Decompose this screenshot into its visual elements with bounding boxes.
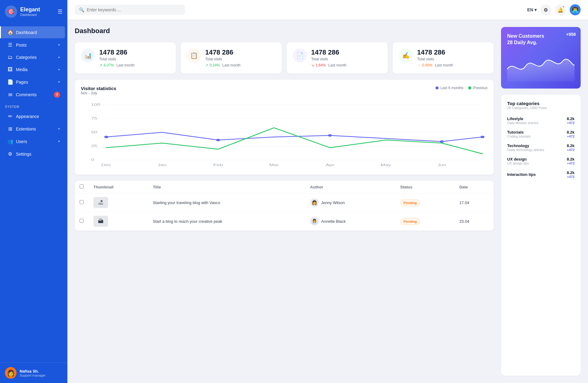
x-axis-label: Dec	[101, 163, 111, 167]
settings-button[interactable]: ⚙	[540, 4, 551, 15]
sidebar-item-settings[interactable]: ⚙ Settings	[2, 148, 65, 160]
new-customers-card: +958 New Customers 28 Daily Avg.	[501, 27, 581, 89]
language-selector[interactable]: EN ▾	[527, 7, 537, 12]
stat-change-value-2: 1.64%	[315, 63, 326, 67]
chevron-down-icon: ▾	[58, 55, 60, 59]
row-title: Starting your traveling blog with Vasco	[148, 193, 305, 212]
extensions-icon: ⊞	[7, 126, 13, 132]
chart-subtitle: Nov - July	[81, 91, 116, 95]
arrow-up-icon: ↗	[99, 63, 102, 67]
header-right: EN ▾ ⚙ 🔔 👨‍💻	[527, 4, 581, 15]
sidebar-item-extensions[interactable]: ⊞ Extentions ▾	[2, 123, 65, 135]
sidebar-item-label: Categories	[16, 55, 55, 60]
settings-icon: ⚙	[7, 151, 13, 157]
cat-info: UX design UX design tips	[507, 157, 567, 165]
legend-label: Last 6 months	[440, 86, 463, 90]
media-icon: 🖼	[7, 67, 13, 72]
stat-number-0: 1478 286	[99, 48, 170, 56]
search-box[interactable]: 🔍	[75, 5, 185, 15]
chart-svg: 100 75 50 25 0	[81, 100, 488, 168]
categories-icon: 🗂	[7, 55, 13, 60]
chart-title: Visitor statistics	[81, 86, 116, 91]
stat-info-2: 1478 286 Total visits ↘ 1.64% Last month	[311, 48, 382, 67]
stat-card-1: 📋 1478 286 Total visits ↗ 0.24% Last mon…	[181, 42, 282, 74]
sidebar-item-users[interactable]: 👥 Users ▾	[2, 135, 65, 147]
right-panel: +958 New Customers 28 Daily Avg.	[501, 27, 581, 376]
stat-info-1: 1478 286 Total visits ↗ 0.24% Last month	[205, 48, 276, 67]
sidebar-item-posts[interactable]: ☰ Posts ▾	[2, 39, 65, 51]
sidebar-item-comments[interactable]: ✉ Comments 7	[2, 89, 65, 101]
chart-dot	[440, 140, 444, 143]
stat-month-1: Last month	[222, 63, 240, 67]
category-item: Lifestyle Daily lifestyle articles 8.2k …	[507, 114, 575, 127]
logo-text: Elegant Dashboard	[20, 6, 40, 17]
y-axis-label: 75	[91, 116, 97, 120]
row-checkbox[interactable]	[80, 219, 84, 223]
table-header-checkbox	[75, 181, 89, 193]
posts-icon: ☰	[7, 42, 13, 48]
row-status: Pending	[395, 193, 454, 212]
hamburger-icon[interactable]: ☰	[58, 8, 62, 15]
comments-badge: 7	[54, 92, 60, 98]
cat-desc: UX design tips	[507, 161, 567, 165]
stat-icon-0: 📊	[81, 48, 95, 63]
sidebar-item-categories[interactable]: 🗂 Categories ▾	[2, 51, 65, 63]
y-axis-label: 25	[91, 144, 97, 148]
table-header-author: Author	[305, 181, 395, 193]
chart-header: Visitor statistics Nov - July Last 6 mon…	[81, 86, 488, 95]
language-label: EN	[527, 7, 533, 12]
select-all-checkbox[interactable]	[80, 184, 84, 188]
page-content: Dashboard 📊 1478 286 Total visits ↗ 4.07…	[67, 20, 588, 383]
stat-icon-2: 📄	[293, 48, 307, 63]
cat-info: Technology Dailiy technology articles	[507, 143, 567, 152]
author-avatar: 👩	[310, 198, 319, 207]
nc-daily-avg: 28 Daily Avg.	[507, 40, 537, 45]
y-axis-label: 50	[91, 130, 97, 134]
chart-dot	[104, 136, 108, 138]
sidebar-item-media[interactable]: 🖼 Media ▾	[2, 64, 65, 75]
thumbnail-image: 🏔	[93, 216, 108, 227]
cat-right: 8.2k +472	[567, 130, 575, 138]
sidebar-item-label: Media	[16, 67, 55, 72]
stat-label-1: Total visits	[205, 57, 276, 61]
cat-right: 8.2k +472	[567, 170, 575, 179]
chevron-down-icon: ▾	[58, 139, 60, 143]
category-item: Interaction tips 8.2k +472	[507, 168, 575, 181]
stat-card-0: 📊 1478 286 Total visits ↗ 4.07% Last mon…	[75, 42, 176, 74]
stat-cards: 📊 1478 286 Total visits ↗ 4.07% Last mon…	[75, 42, 494, 74]
page-title: Dashboard	[75, 27, 494, 35]
search-input[interactable]	[87, 7, 181, 12]
x-axis-label: Mar	[269, 163, 279, 167]
stat-month-0: Last month	[116, 63, 134, 67]
stat-month-2: Last month	[328, 63, 346, 67]
sidebar-item-dashboard[interactable]: 🏠 Dashboard	[0, 26, 65, 38]
stat-icon-1: 📋	[187, 48, 201, 63]
sidebar-item-label: Posts	[16, 43, 55, 47]
cat-name: Interaction tips	[507, 172, 567, 177]
row-checkbox[interactable]	[80, 200, 84, 204]
cat-count: 8.2k	[567, 130, 575, 135]
cat-right: 8.2k +472	[567, 116, 575, 125]
user-profile-button[interactable]: 👨‍💻	[570, 4, 581, 15]
user-info: Nafisa Sh. Support manager	[20, 369, 46, 377]
thumbnail-image: 🏖	[93, 197, 108, 208]
sidebar-item-appearance[interactable]: ✏ Appearance	[2, 110, 65, 122]
cat-count: 8.2k	[567, 116, 575, 121]
cat-name: Lifestyle	[507, 116, 567, 121]
chart-dot	[216, 139, 220, 141]
row-status: Pending	[395, 212, 454, 231]
cat-desc: Daily lifestyle articles	[507, 121, 567, 125]
cat-change: +472	[567, 135, 575, 138]
arrow-up-icon: ↗	[205, 63, 208, 67]
sidebar-item-pages[interactable]: 📄 Pages ▾	[2, 76, 65, 88]
row-thumbnail: 🏔	[89, 212, 148, 231]
comments-icon: ✉	[7, 92, 13, 98]
notifications-button[interactable]: 🔔	[555, 4, 566, 15]
stat-icon-3: ✍	[399, 48, 413, 63]
chevron-down-icon: ▾	[58, 80, 60, 84]
y-axis-label: 0	[91, 158, 94, 161]
nc-chart-svg	[507, 51, 575, 82]
system-section-label: SYSTEM	[0, 101, 67, 110]
x-axis-label: Feb	[213, 163, 223, 167]
category-item: UX design UX design tips 8.2k +472	[507, 154, 575, 168]
